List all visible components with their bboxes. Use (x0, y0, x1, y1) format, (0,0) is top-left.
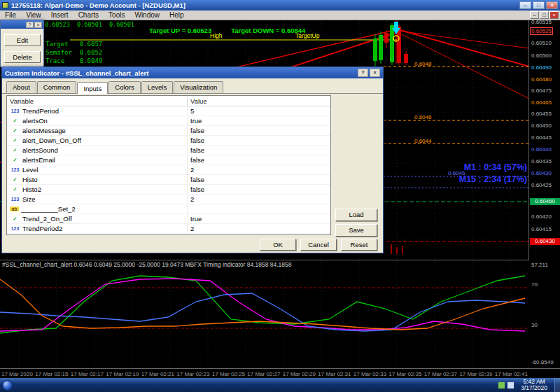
tab-colors[interactable]: Colors (108, 81, 140, 93)
input-row-histo2[interactable]: ✓Histo2false (7, 185, 330, 195)
price-axis-label: 0.60465 (531, 99, 552, 106)
mdi-close-button[interactable]: × (550, 11, 559, 19)
input-row-alertsemail[interactable]: ✓alertsEmailfalse (7, 155, 330, 165)
variable-cell: ab__________Set_2 (7, 204, 188, 214)
time-label: 17 Mar 02:31 (318, 371, 351, 377)
mini-help-button[interactable]: ? (26, 22, 34, 28)
price-axis-label: 0.60525 (530, 27, 553, 35)
delete-button[interactable]: Delete (4, 51, 41, 63)
input-row-size[interactable]: 123Size2 (7, 195, 330, 204)
input-row-alertsmessage[interactable]: ✓alertsMessagefalse (7, 126, 330, 136)
dialog-close-button[interactable]: × (370, 69, 380, 77)
edit-button[interactable]: Edit (4, 34, 41, 46)
tray-icon-green[interactable] (498, 382, 505, 388)
indicator-svg (0, 260, 529, 369)
save-button[interactable]: Save (335, 224, 377, 237)
input-row-histo[interactable]: ✓Histofalse (7, 175, 330, 185)
restore-button[interactable]: □ (533, 1, 545, 9)
close-button[interactable]: × (546, 1, 558, 9)
start-button[interactable] (2, 380, 13, 391)
menu-item-charts[interactable]: Charts (74, 11, 104, 19)
price-axis-label: 0.60450 (531, 122, 552, 129)
input-row-trend-2-on-off[interactable]: ✓Trend_2_On_Offtrue (7, 214, 330, 224)
menu-item-help[interactable]: Help (164, 11, 189, 19)
show-desktop-button[interactable] (554, 378, 560, 392)
menu-item-window[interactable]: Window (130, 11, 164, 19)
mdi-restore-button[interactable]: □ (540, 11, 549, 19)
time-label: 17 Mar 02:19 (106, 371, 139, 377)
menu-item-tools[interactable]: Tools (104, 11, 130, 19)
tab-common[interactable]: Common (37, 81, 77, 93)
ok-button[interactable]: OK (260, 239, 296, 251)
value-cell[interactable]: 2 (188, 225, 330, 232)
m15-countdown: M15 : 2:34 (17%) (459, 174, 527, 184)
target-text-row: Target UP = 0.60523 Target DOWN = 0.6084… (149, 27, 305, 34)
mini-close-button[interactable]: × (34, 22, 42, 28)
dialog-tabs: AboutCommonInputsColorsLevelsVisualizati… (2, 78, 383, 94)
num-param-icon: 123 (10, 167, 20, 172)
input-row-trendperiod2[interactable]: 123TrendPeriod22 (7, 224, 330, 234)
tray-icon-light[interactable] (507, 382, 514, 388)
menu-item-file[interactable]: File (0, 11, 21, 19)
inputs-table[interactable]: Variable Value 123TrendPeriod5✓alertsOnt… (6, 95, 331, 235)
price-axis-label: 0.60415 (531, 226, 552, 232)
input-row--set-2[interactable]: ab__________Set_2 (7, 204, 330, 214)
bool-param-icon: ✓ (10, 118, 20, 124)
variable-column-header[interactable]: Variable (7, 96, 188, 106)
time-label: 17 Mar 02:17 (71, 371, 104, 377)
indicator-value-label: Semafor 0.6052 (46, 49, 102, 56)
input-row-trendperiod[interactable]: 123TrendPeriod5 (7, 106, 330, 116)
value-column-header[interactable]: Value (188, 97, 330, 105)
value-cell[interactable]: false (188, 186, 330, 193)
ohlc-text: 0.60523 0.60501 0.60501 (45, 21, 134, 28)
reset-button[interactable]: Reset (341, 239, 377, 251)
dialog-titlebar[interactable]: Custom Indicator - #SSL_channel_chart_al… (2, 67, 383, 78)
targetup-line-label: TargetUp (295, 32, 320, 39)
object-popup-window[interactable]: ? × Edit Delete (0, 20, 44, 67)
value-cell[interactable]: 2 (188, 195, 330, 203)
price-axis-label: 0.60480 (531, 76, 552, 83)
time-label: 17 Mar 02:35 (388, 371, 421, 377)
tab-visualization[interactable]: Visualization (174, 81, 223, 93)
load-button[interactable]: Load (335, 209, 377, 221)
mdi-minimize-button[interactable]: – (530, 11, 539, 19)
minimize-button[interactable]: – (519, 1, 531, 9)
price-axis-label: 0.60510 (531, 40, 552, 46)
price-axis[interactable]: 0.605350.605250.605100.605000.604900.604… (528, 20, 560, 368)
menu-items: FileViewInsertChartsToolsWindowHelp (0, 11, 189, 19)
variable-cell: ✓alertsOn (7, 116, 188, 125)
input-row-alertssound[interactable]: ✓alertsSoundfalse (7, 146, 330, 155)
variable-cell: ✓alert_Down_On_Off (7, 136, 188, 145)
bool-param-icon: ✓ (10, 177, 20, 183)
title-bar[interactable]: 12755118: Alpari-Demo - Demo Account - [… (0, 0, 560, 10)
tab-inputs[interactable]: Inputs (77, 82, 108, 94)
dialog-help-button[interactable]: ? (358, 69, 368, 77)
tab-about[interactable]: About (6, 81, 36, 93)
bool-param-icon: ✓ (10, 138, 20, 144)
value-cell[interactable]: 2 (188, 166, 330, 174)
input-row-alertson[interactable]: ✓alertsOntrue (7, 116, 330, 126)
price-axis-label: 0.60440 (531, 146, 552, 153)
time-axis[interactable]: 17 Mar 202017 Mar 02:1517 Mar 02:1717 Ma… (0, 368, 560, 378)
chart-price-tag: 0.6045 (448, 170, 465, 176)
chart-price-tag: 0.6048 (414, 61, 431, 67)
indicator-scale-label: 70 (531, 281, 538, 288)
menu-item-view[interactable]: View (21, 11, 46, 19)
value-cell[interactable]: false (188, 176, 330, 183)
cancel-button[interactable]: Cancel (300, 239, 337, 251)
value-cell[interactable]: false (188, 127, 330, 134)
value-cell[interactable]: true (188, 117, 330, 125)
input-row-alert-down-on-off[interactable]: ✓alert_Down_On_Offfalse (7, 136, 330, 146)
input-row-level[interactable]: 123Level2 (7, 165, 330, 175)
tab-levels[interactable]: Levels (141, 81, 173, 93)
value-cell[interactable]: false (188, 146, 330, 154)
value-cell[interactable]: 5 (188, 107, 330, 115)
menu-item-insert[interactable]: Insert (46, 11, 74, 19)
value-cell[interactable]: false (188, 136, 330, 144)
value-cell[interactable]: false (188, 156, 330, 164)
variable-name: alertsSound (22, 146, 58, 154)
value-cell[interactable]: true (188, 215, 330, 223)
custom-indicator-dialog[interactable]: Custom Indicator - #SSL_channel_chart_al… (1, 66, 384, 253)
indicator-panel[interactable]: #SSL_channel_chart_alert 0.6046 0.6049 2… (0, 260, 529, 368)
taskbar-clock[interactable]: 5:42 AM 3/17/2020 (517, 379, 552, 391)
